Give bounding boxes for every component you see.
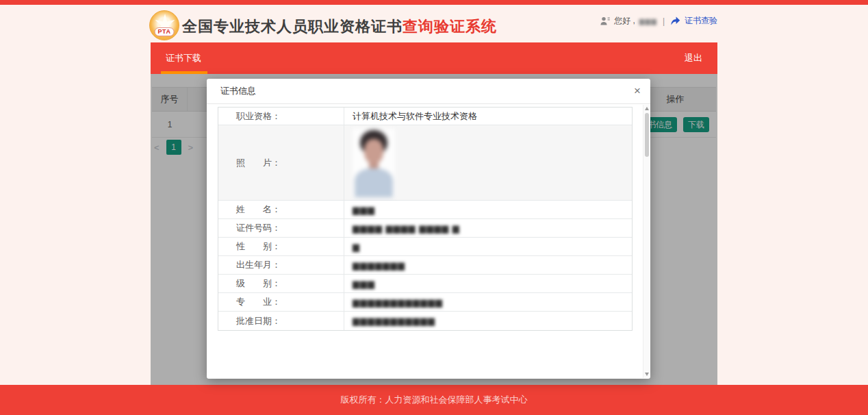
detail-label: 级 别：	[218, 275, 344, 292]
logo-text: PTA	[155, 27, 175, 36]
user-greeting: 您好 , ▆▆▆ | 证书查验	[600, 15, 717, 27]
detail-value-redacted: ▆▆▆▆▆▆▆	[344, 256, 632, 274]
detail-row-major: 专 业： ▆▆▆▆▆▆▆▆▆▆▆▆	[218, 293, 632, 312]
detail-value-redacted: ▆▆▆	[344, 201, 632, 218]
detail-row-qualification: 职业资格： 计算机技术与软件专业技术资格	[218, 108, 632, 125]
detail-value-redacted: ▆▆▆	[344, 275, 632, 292]
close-icon[interactable]: ×	[634, 84, 641, 99]
detail-label: 姓 名：	[218, 201, 344, 218]
user-icon	[600, 16, 610, 25]
scrollbar-thumb[interactable]	[645, 113, 649, 157]
modal-header: 证书信息 ×	[207, 79, 650, 104]
detail-label: 出生年月：	[218, 256, 344, 274]
detail-value-redacted: ▆▆▆▆ ▆▆▆▆ ▆▆▆▆ ▆	[344, 219, 632, 237]
greeting-separator: |	[663, 16, 665, 26]
share-arrow-icon[interactable]	[670, 16, 680, 25]
certificate-detail-table: 职业资格： 计算机技术与软件专业技术资格 照 片： 姓 名： ▆▆▆	[218, 107, 633, 331]
modal-body: 职业资格： 计算机技术与软件专业技术资格 照 片： 姓 名： ▆▆▆	[207, 104, 650, 379]
detail-label: 性 别：	[218, 238, 344, 255]
detail-label: 证件号码：	[218, 219, 344, 237]
detail-label: 职业资格：	[218, 108, 344, 125]
tab-certificate-download[interactable]: 证书下载	[166, 42, 201, 74]
greeting-username: ▆▆▆	[639, 17, 657, 25]
detail-row-approval-date: 批准日期： ▆▆▆▆▆▆▆▆▆▆▆	[218, 312, 632, 330]
page-title-main: 全国专业技术人员职业资格证书	[182, 18, 403, 35]
detail-row-gender: 性 别： ▆	[218, 238, 632, 256]
detail-value: 计算机技术与软件专业技术资格	[344, 108, 632, 125]
modal-scrollbar[interactable]	[643, 105, 650, 378]
certificate-verify-link[interactable]: 证书查验	[685, 15, 717, 27]
detail-row-level: 级 别： ▆▆▆	[218, 275, 632, 293]
pta-logo: PTA	[149, 10, 179, 40]
modal-title: 证书信息	[220, 79, 256, 103]
greeting-text: 您好 ,	[614, 15, 635, 27]
logout-button[interactable]: 退出	[685, 42, 702, 74]
detail-label: 专 业：	[218, 293, 344, 311]
page-title-accent: 查询验证系统	[403, 18, 497, 35]
id-photo	[353, 129, 395, 197]
scroll-down-icon[interactable]	[645, 373, 649, 376]
nav-bar: 证书下载 退出	[151, 42, 717, 74]
page: PTA 全国专业技术人员职业资格证书查询验证系统 您好 , ▆▆▆ | 证书查验…	[0, 0, 868, 415]
detail-row-name: 姓 名： ▆▆▆	[218, 201, 632, 219]
page-title: 全国专业技术人员职业资格证书查询验证系统	[182, 16, 497, 37]
detail-label: 批准日期：	[218, 312, 344, 330]
detail-row-id-number: 证件号码： ▆▆▆▆ ▆▆▆▆ ▆▆▆▆ ▆	[218, 219, 632, 238]
footer-copyright: 版权所有：人力资源和社会保障部人事考试中心	[0, 385, 868, 415]
detail-value-redacted: ▆	[344, 238, 632, 255]
detail-value	[344, 125, 632, 200]
top-red-strip	[0, 0, 868, 5]
detail-row-photo: 照 片：	[218, 125, 632, 201]
detail-row-birth: 出生年月： ▆▆▆▆▆▆▆	[218, 256, 632, 275]
detail-value-redacted: ▆▆▆▆▆▆▆▆▆▆▆	[344, 312, 632, 330]
detail-label: 照 片：	[218, 125, 344, 200]
detail-value-redacted: ▆▆▆▆▆▆▆▆▆▆▆▆	[344, 293, 632, 311]
scroll-up-icon[interactable]	[645, 107, 649, 110]
certificate-info-modal: 证书信息 × 职业资格： 计算机技术与软件专业技术资格 照 片：	[207, 79, 650, 379]
